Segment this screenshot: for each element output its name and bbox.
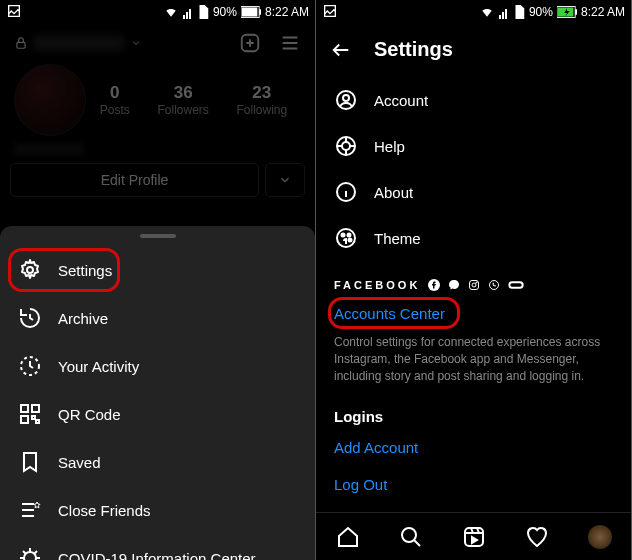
instagram-icon — [468, 279, 480, 291]
profile-row: 0Posts 36Followers 23Following — [0, 58, 315, 140]
menu-covid[interactable]: COVID-19 Information Center — [0, 534, 315, 560]
facebook-icon — [428, 279, 440, 291]
svg-rect-14 — [499, 15, 501, 19]
stat-following[interactable]: 23Following — [236, 83, 287, 117]
svg-rect-5 — [259, 9, 261, 14]
svg-point-21 — [343, 95, 349, 101]
display-name — [14, 144, 84, 155]
qr-icon — [18, 402, 42, 426]
help-icon — [334, 134, 358, 158]
picture-icon — [6, 3, 22, 19]
menu-qr[interactable]: QR Code — [0, 390, 315, 438]
svg-rect-2 — [189, 9, 191, 19]
settings-account[interactable]: Account — [316, 77, 631, 123]
stat-posts[interactable]: 0Posts — [100, 83, 130, 117]
create-icon[interactable] — [239, 32, 261, 54]
accounts-center-desc: Control settings for connected experienc… — [316, 330, 631, 392]
settings-header: Settings — [316, 24, 631, 77]
close-friends-icon — [18, 498, 42, 522]
svg-point-8 — [27, 267, 33, 273]
svg-point-32 — [476, 282, 477, 283]
account-icon — [334, 88, 358, 112]
logins-heading: Logins — [316, 392, 631, 429]
activity-icon — [18, 354, 42, 378]
menu-icon[interactable] — [279, 32, 301, 54]
wifi-icon — [163, 5, 179, 19]
facebook-label: FACEBOOK — [334, 279, 420, 291]
info-icon — [334, 180, 358, 204]
battery-pct: 90% — [213, 5, 237, 19]
messenger-icon — [448, 279, 460, 291]
battery-icon — [241, 6, 261, 18]
settings-help[interactable]: Help — [316, 123, 631, 169]
clock: 8:22 AM — [265, 5, 309, 19]
signal-icon — [499, 5, 509, 19]
bottom-sheet: Settings Archive Your Activity QR Code S… — [0, 226, 315, 560]
svg-rect-19 — [575, 9, 577, 14]
svg-point-27 — [348, 234, 351, 237]
page-title: Settings — [374, 38, 453, 61]
svg-rect-15 — [502, 12, 504, 19]
facebook-brand-row: FACEBOOK — [316, 261, 631, 297]
back-icon[interactable] — [330, 39, 352, 61]
chevron-down-icon — [130, 37, 142, 49]
svg-rect-34 — [510, 282, 523, 287]
svg-point-35 — [402, 528, 416, 542]
menu-archive[interactable]: Archive — [0, 294, 315, 342]
bottom-nav — [316, 512, 631, 560]
nav-profile-avatar[interactable] — [588, 525, 612, 549]
oculus-icon — [508, 280, 524, 290]
item-label: About — [374, 184, 413, 201]
item-label: Theme — [374, 230, 421, 247]
covid-icon — [18, 546, 42, 560]
accounts-center-link[interactable]: Accounts Center — [316, 297, 463, 330]
status-bar: 90% 8:22 AM — [316, 0, 631, 24]
svg-rect-4 — [242, 7, 257, 16]
menu-saved[interactable]: Saved — [0, 438, 315, 486]
status-bar: 90% 8:22 AM — [0, 0, 315, 24]
svg-point-23 — [342, 142, 350, 150]
stat-followers[interactable]: 36Followers — [157, 83, 208, 117]
avatar[interactable] — [14, 64, 86, 136]
svg-point-26 — [342, 234, 345, 237]
username[interactable] — [34, 35, 124, 51]
battery-pct: 90% — [529, 5, 553, 19]
suggestions-button[interactable] — [265, 163, 305, 197]
wifi-icon — [479, 5, 495, 19]
svg-rect-0 — [183, 15, 185, 19]
search-icon[interactable] — [399, 525, 423, 549]
menu-close-friends[interactable]: Close Friends — [0, 486, 315, 534]
menu-label: Saved — [58, 454, 101, 471]
settings-about[interactable]: About — [316, 169, 631, 215]
log-out-link[interactable]: Log Out — [316, 466, 631, 503]
chevron-down-icon — [278, 173, 292, 187]
menu-label: COVID-19 Information Center — [58, 550, 256, 561]
whatsapp-icon — [488, 279, 500, 291]
svg-rect-6 — [17, 42, 25, 48]
profile-header — [0, 24, 315, 58]
sim-icon — [197, 5, 209, 19]
menu-label: QR Code — [58, 406, 121, 423]
home-icon[interactable] — [336, 525, 360, 549]
clock: 8:22 AM — [581, 5, 625, 19]
item-label: Help — [374, 138, 405, 155]
heart-icon[interactable] — [525, 525, 549, 549]
gear-icon — [18, 258, 42, 282]
picture-icon — [322, 3, 338, 19]
svg-rect-16 — [505, 9, 507, 19]
archive-icon — [18, 306, 42, 330]
settings-theme[interactable]: Theme — [316, 215, 631, 261]
sheet-grabber[interactable] — [140, 234, 176, 238]
svg-rect-36 — [465, 528, 483, 546]
add-account-link[interactable]: Add Account — [316, 429, 631, 466]
menu-label: Your Activity — [58, 358, 139, 375]
svg-rect-10 — [21, 405, 28, 412]
menu-settings[interactable]: Settings — [0, 246, 315, 294]
menu-activity[interactable]: Your Activity — [0, 342, 315, 390]
reels-icon[interactable] — [462, 525, 486, 549]
signal-icon — [183, 5, 193, 19]
edit-profile-button[interactable]: Edit Profile — [10, 163, 259, 197]
svg-rect-12 — [21, 416, 28, 423]
svg-point-31 — [472, 283, 476, 287]
battery-charging-icon — [557, 6, 577, 18]
